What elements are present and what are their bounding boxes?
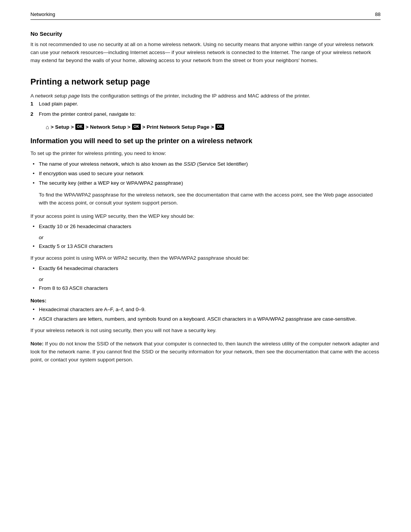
wpa-bullet-list: Exactly 64 hexadecimal characters [30, 265, 381, 273]
or-1: or [39, 235, 381, 240]
nav-text-1: > Setup > [51, 124, 74, 130]
wpa-passphrase-note: To find the WPA/WPA2 passphrase for the … [39, 191, 381, 207]
step-2: 2 From the printer control panel, naviga… [30, 110, 381, 118]
wep-bullet-1: Exactly 10 or 26 hexadecimal characters [30, 223, 381, 231]
page-number: 88 [375, 11, 381, 17]
wep-intro: If your access point is using WEP securi… [30, 212, 381, 220]
printing-steps: 1 Load plain paper. 2 From the printer c… [30, 100, 381, 118]
printing-intro: A network setup page lists the configura… [30, 92, 381, 100]
network-setup-page-italic: network setup page [35, 93, 80, 99]
wireless-bullet-list: The name of your wireless network, which… [30, 160, 381, 187]
printing-section: Printing a network setup page A network … [30, 77, 381, 130]
bullet-security-key: The security key (either a WEP key or WP… [30, 179, 381, 187]
notes-bullet-2: ASCII characters are letters, numbers, a… [30, 315, 381, 323]
section-label: Networking [30, 11, 55, 17]
header-bar: Networking 88 [30, 11, 381, 20]
nav-text-3: > Print Network Setup Page > [142, 124, 214, 130]
wpa-intro: If your access point is using WPA or WPA… [30, 254, 381, 262]
nav-text-2: > Network Setup > [86, 124, 131, 130]
wireless-section: Information you will need to set up the … [30, 137, 381, 364]
notes-heading: Notes: [30, 298, 381, 304]
ok-badge-2: OK [132, 124, 141, 130]
no-security-section: No Security It is not recommended to use… [30, 30, 381, 65]
no-security-note: If your wireless network is not using se… [30, 327, 381, 335]
page: Networking 88 No Security It is not reco… [0, 0, 411, 532]
final-note: Note: If you do not know the SSID of the… [30, 340, 381, 364]
bullet-encryption: If encryption was used to secure your ne… [30, 170, 381, 178]
wpa-bullet-2: From 8 to 63 ASCII characters [30, 284, 381, 292]
step-1: 1 Load plain paper. [30, 100, 381, 108]
ok-badge-3: OK [215, 124, 224, 130]
ssid-italic: SSID [183, 161, 196, 167]
home-icon: ⌂ [46, 124, 49, 130]
wpa-bullet-list-2: From 8 to 63 ASCII characters [30, 284, 381, 292]
wireless-intro: To set up the printer for wireless print… [30, 150, 381, 158]
wireless-title: Information you will need to set up the … [30, 137, 381, 145]
printing-title: Printing a network setup page [30, 77, 381, 87]
wep-bullet-list: Exactly 10 or 26 hexadecimal characters [30, 223, 381, 231]
wep-bullet-list-2: Exactly 5 or 13 ASCII characters [30, 243, 381, 251]
notes-bullet-list: Hexadecimal characters are A–F, a–f, and… [30, 306, 381, 323]
note-body: If you do not know the SSID of the netwo… [30, 341, 379, 363]
no-security-body: It is not recommended to use no security… [30, 41, 381, 65]
bullet-ssid: The name of your wireless network, which… [30, 160, 381, 168]
wep-bullet-2: Exactly 5 or 13 ASCII characters [30, 243, 381, 251]
no-security-title: No Security [30, 30, 381, 37]
or-2: or [39, 276, 381, 282]
wpa-bullet-1: Exactly 64 hexadecimal characters [30, 265, 381, 273]
note-bold-label: Note: [30, 341, 44, 347]
nav-command: ⌂ > Setup > OK > Network Setup > OK > Pr… [46, 124, 381, 130]
ok-badge-1: OK [75, 124, 84, 130]
notes-bullet-1: Hexadecimal characters are A–F, a–f, and… [30, 306, 381, 314]
